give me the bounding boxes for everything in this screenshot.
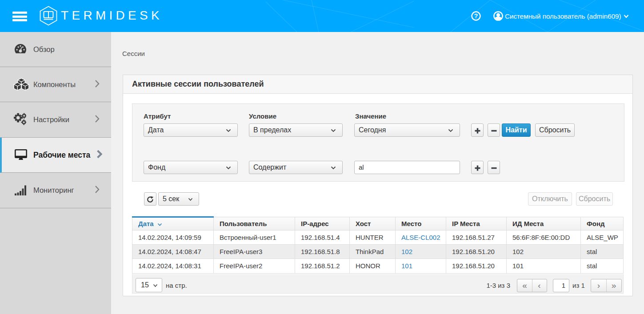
svg-text:?: ? bbox=[474, 12, 478, 20]
